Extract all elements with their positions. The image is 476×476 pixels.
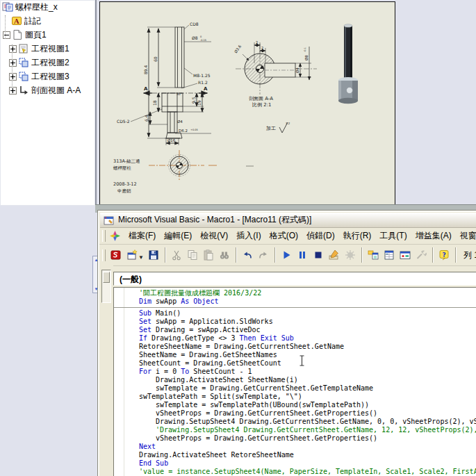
note-sign: 中磨銷: [117, 188, 131, 194]
expand-icon[interactable]: [9, 59, 17, 67]
properties-window-icon: [383, 249, 395, 261]
dim-dia16: Ø16: [167, 138, 176, 142]
isometric-3d-view: [338, 24, 358, 104]
toolbar-separator: [455, 247, 457, 263]
expand-icon[interactable]: [9, 45, 17, 53]
dim-30deg: 30°: [177, 92, 182, 96]
break-button[interactable]: [295, 247, 311, 263]
vb-window-icon: [104, 215, 115, 226]
help-button[interactable]: ?: [436, 247, 452, 263]
save-button[interactable]: [146, 247, 162, 263]
menu-item-tools[interactable]: 工具(T): [375, 228, 411, 244]
code-line[interactable]: swTemplate = swTemplatePath(UBound(swTem…: [114, 401, 476, 409]
drawing-doc-icon: [2, 1, 13, 13]
code-line[interactable]: swTemplate = Drawing.GetCurrentSheet.Get…: [114, 384, 476, 393]
code-line[interactable]: RetoreSheetName = Drawing.GetCurrentShee…: [114, 343, 476, 351]
code-line[interactable]: 'Drawing.SetupSheet4 Drawing.GetCurrentS…: [114, 426, 476, 434]
code-line[interactable]: Drawing.ActivateSheet SheetName(i): [114, 376, 476, 384]
code-line[interactable]: Set Drawing = swApp.ActiveDoc: [114, 326, 476, 334]
code-line[interactable]: Next: [114, 443, 476, 451]
design-mode-button[interactable]: [327, 247, 343, 263]
toolbar-grip[interactable]: [102, 249, 106, 261]
code-line[interactable]: End Sub: [114, 459, 476, 468]
run-button[interactable]: [279, 247, 295, 263]
vb-toolbar: ▼? 列 14，: [99, 245, 476, 266]
collapsed-project-pane[interactable]: [99, 265, 113, 476]
collapsed-pane-scrollbar[interactable]: [101, 270, 111, 303]
code-line[interactable]: If Drawing.GetType <> 3 Then Exit Sub: [114, 334, 476, 343]
expand-icon[interactable]: [9, 73, 17, 81]
object-dropdown[interactable]: (一般): [113, 272, 476, 286]
design-mode-alt-button[interactable]: [343, 247, 359, 263]
tree-item-label: 圖頁1: [25, 29, 49, 41]
code-line[interactable]: '開工程圖批量做成標題欄 2016/3/22: [114, 289, 476, 297]
menu-item-file[interactable]: 檔案(F): [124, 228, 160, 244]
code-line[interactable]: SheetCount = Drawing.GetSheetCount: [114, 359, 476, 368]
tree-item-section-view-aa[interactable]: 剖面視圖 A-A: [0, 83, 95, 97]
copy-icon: [186, 249, 199, 261]
tree-item-label: 註記: [24, 15, 44, 27]
menu-item-run[interactable]: 執行(R): [339, 228, 376, 244]
toolbar-separator: [274, 247, 276, 263]
dim-dia8-tol-bot: -0.15: [200, 39, 206, 42]
solidworks-button[interactable]: [108, 247, 124, 263]
code-line[interactable]: SheetName = Drawing.GetSheetNames: [114, 351, 476, 359]
code-line[interactable]: vSheetProps = Drawing.GetCurrentSheet.Ge…: [114, 434, 476, 443]
project-explorer-button[interactable]: [366, 247, 381, 263]
paste-button[interactable]: [201, 247, 217, 263]
expand-icon[interactable]: [9, 87, 17, 95]
redo-button[interactable]: [256, 247, 272, 263]
tree-item-annotations[interactable]: A註記: [0, 14, 95, 28]
tree-item-sheet1[interactable]: 圖頁1: [0, 28, 95, 42]
menu-item-edit[interactable]: 編輯(E): [160, 228, 196, 244]
menu-item-window[interactable]: 視窗(W): [456, 228, 476, 244]
named-view-icon: [18, 43, 29, 54]
reset-icon: [312, 249, 325, 261]
code-line[interactable]: 'value = instance.SetupSheet4(Name, Pape…: [114, 468, 476, 476]
tree-item-drawing-view3[interactable]: 工程視圖3: [0, 69, 95, 83]
solidworks-icon: [110, 249, 122, 261]
menu-item-addins[interactable]: 增益集(A): [411, 228, 456, 244]
find-button[interactable]: [217, 247, 233, 263]
code-line[interactable]: vSheetProps = Drawing.GetCurrentSheet.Ge…: [114, 409, 476, 418]
menu-item-insert[interactable]: 插入(I): [232, 228, 265, 244]
code-line[interactable]: Sub Main(): [114, 309, 476, 318]
menu-item-debug[interactable]: 偵錯(D): [302, 228, 339, 244]
find-icon: [218, 249, 231, 261]
menu-item-view[interactable]: 檢視(V): [196, 228, 232, 244]
procedure-separator: [114, 306, 476, 309]
drawing-sheet[interactable]: CD8 Ø8 0 -0.15 89.4 60 M8-1.25 R1.2 A A …: [99, 1, 395, 207]
dim-9-5: 9.5: [191, 97, 196, 104]
redo-icon: [257, 249, 270, 261]
code-line[interactable]: Drawing.SetupSheet4 Drawing.GetCurrentSh…: [114, 418, 476, 426]
tree-item-drawing-view1[interactable]: 工程視圖1: [0, 42, 95, 56]
code-editor[interactable]: '開工程圖批量做成標題欄 2016/3/22Dim swApp As Objec…: [113, 287, 476, 476]
tree-item-drawing-document[interactable]: 螺桿壓柱_x: [0, 0, 95, 14]
menu-item-format[interactable]: 格式(O): [265, 228, 302, 244]
object-browser-button[interactable]: [397, 247, 413, 263]
menubar-grip[interactable]: [102, 230, 106, 242]
annotations-icon: A: [11, 15, 22, 26]
vb-titlebar[interactable]: Microsoft Visual Basic - Macro1 - [Macro…: [100, 213, 476, 228]
code-line[interactable]: Set swApp = Application.SldWorks: [114, 318, 476, 326]
feature-tree-panel[interactable]: 螺桿壓柱_xA註記圖頁1工程視圖1工程視圖2工程視圖3剖面視圖 A-A: [0, 0, 97, 206]
dim-dia4-section: Ø4: [295, 67, 299, 73]
reset-button[interactable]: [311, 247, 327, 263]
collapse-icon[interactable]: [3, 31, 10, 39]
dropdown-caret-icon[interactable]: ▼: [138, 254, 144, 261]
insert-userform-button[interactable]: [124, 247, 140, 263]
cut-button[interactable]: [169, 247, 185, 263]
dim-cd5-2: CD5-2: [117, 119, 130, 124]
design-mode-icon: [328, 249, 340, 261]
code-line[interactable]: swTemplatePath = Split(swTemplate, "\"): [114, 393, 476, 401]
copy-button[interactable]: [185, 247, 201, 263]
undo-button[interactable]: [240, 247, 256, 263]
projected-view-icon: [18, 71, 29, 82]
toolbox-button[interactable]: [413, 247, 429, 263]
properties-window-button[interactable]: [381, 247, 397, 263]
scrollbar-thumb[interactable]: [103, 272, 110, 283]
tree-item-drawing-view2[interactable]: 工程視圖2: [0, 56, 95, 69]
code-line[interactable]: Dim swApp As Object: [114, 297, 476, 306]
code-line[interactable]: Drawing.ActivateSheet RetoreSheetName: [114, 451, 476, 459]
code-line[interactable]: For i = 0 To SheetCount - 1: [114, 368, 476, 376]
